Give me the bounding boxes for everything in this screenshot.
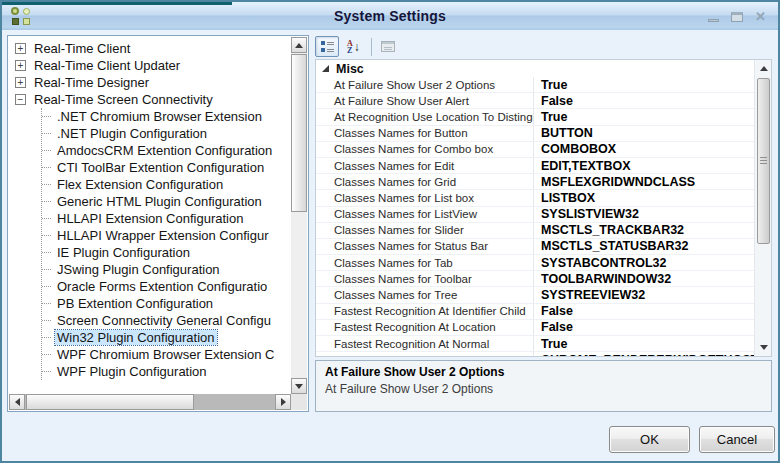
ok-button[interactable]: OK xyxy=(609,426,690,453)
tree-item[interactable]: HLLAPI Wrapper Extension Configur xyxy=(42,227,291,244)
scrollbar-corner xyxy=(291,394,307,410)
alphabetical-sort-icon: AZ ↓ xyxy=(345,40,362,54)
tree-item[interactable]: Flex Extension Configuration xyxy=(42,176,291,193)
tree-item-label: HLLAPI Wrapper Extension Configur xyxy=(55,228,270,243)
property-row[interactable]: Classes Names for TreeSYSTREEVIEW32 xyxy=(316,287,754,303)
tree-item[interactable]: CTI ToolBar Extention Configuration xyxy=(42,159,291,176)
settings-tree[interactable]: +Real-Time Client+Real-Time Client Updat… xyxy=(9,37,291,394)
property-row[interactable]: Classes Names for ButtonBUTTON xyxy=(316,126,754,142)
property-row[interactable]: Classes Names for ListViewSYSLISTVIEW32 xyxy=(316,207,754,223)
tree-item[interactable]: Win32 Plugin Configuration xyxy=(42,329,291,346)
tree-item[interactable]: .NET Chromium Browser Extension xyxy=(42,108,291,125)
property-name: At Recognition Use Location To Distingui… xyxy=(316,109,534,124)
tree-item-label: IE Plugin Configuration xyxy=(55,245,192,260)
scroll-up-icon[interactable] xyxy=(291,37,307,53)
tree-item[interactable]: Generic HTML Plugin Configuration xyxy=(42,193,291,210)
scroll-right-icon[interactable] xyxy=(275,394,291,410)
tree-vertical-scrollbar[interactable] xyxy=(291,37,307,394)
property-row[interactable]: Classes Names for TabSYSTABCONTROL32 xyxy=(316,255,754,271)
alphabetical-sort-button[interactable]: AZ ↓ xyxy=(344,36,363,57)
property-value[interactable]: BUTTON xyxy=(534,126,754,141)
tree-item-label: WPF Plugin Configuration xyxy=(55,364,209,379)
tree-item[interactable]: WPF Chromium Browser Extension C xyxy=(42,346,291,363)
tree-item-root[interactable]: +Real-Time Client xyxy=(9,40,291,57)
property-value[interactable]: False xyxy=(534,320,754,335)
tree-item[interactable]: HLLAPI Extension Configuration xyxy=(42,210,291,227)
property-value[interactable]: COMBOBOX xyxy=(534,142,754,157)
tree-item-root[interactable]: +Real-Time Client Updater xyxy=(9,57,291,74)
property-value[interactable]: True xyxy=(534,336,754,351)
property-value[interactable]: LISTBOX xyxy=(534,190,754,205)
scroll-down-icon[interactable] xyxy=(291,378,307,394)
property-value[interactable]: MSCTLS_STATUSBAR32 xyxy=(534,239,754,254)
property-row[interactable]: Classes Names for EditEDIT,TEXTBOX xyxy=(316,158,754,174)
tree-item[interactable]: WPF Plugin Configuration xyxy=(42,363,291,380)
tree-item[interactable]: .NET Plugin Configuration xyxy=(42,125,291,142)
description-body: At Failure Show User 2 Options xyxy=(325,382,762,396)
expand-icon[interactable]: + xyxy=(15,77,26,88)
property-value[interactable]: False xyxy=(534,93,754,108)
window-title: System Settings xyxy=(2,8,778,24)
tree-item[interactable]: PB Extention Configuration xyxy=(42,295,291,312)
grid-vertical-scrollbar[interactable] xyxy=(754,60,771,356)
tree-item-root[interactable]: −Real-Time Screen Connectivity xyxy=(9,91,291,108)
property-value[interactable]: SYSTREEVIEW32 xyxy=(534,287,754,302)
tree-item-label: Real-Time Client xyxy=(32,41,132,56)
cancel-button[interactable]: Cancel xyxy=(699,426,775,453)
category-row-misc[interactable]: Misc xyxy=(316,60,754,77)
tree-horizontal-scrollbar[interactable] xyxy=(9,394,291,410)
tree-item[interactable]: JSwing Plugin Configuration xyxy=(42,261,291,278)
grid-scroll-up-icon[interactable] xyxy=(756,61,771,76)
close-icon[interactable]: ✕ xyxy=(755,11,766,23)
grid-scroll-down-icon[interactable] xyxy=(756,340,771,355)
property-row[interactable]: At Recognition Use Location To Distingui… xyxy=(316,109,754,125)
property-value[interactable]: True xyxy=(534,109,754,124)
property-row[interactable]: Web browsers Classes NamesCHROME_RENDERE… xyxy=(316,352,754,356)
category-collapse-icon[interactable] xyxy=(322,65,329,72)
categorized-view-button[interactable] xyxy=(315,36,339,57)
property-pages-button[interactable] xyxy=(380,36,396,57)
tree-item[interactable]: Oracle Forms Extention Configuratio xyxy=(42,278,291,295)
expand-icon[interactable]: + xyxy=(15,43,26,54)
collapse-icon[interactable]: − xyxy=(15,94,26,105)
property-value[interactable]: TOOLBARWINDOW32 xyxy=(534,271,754,286)
tree-item-root[interactable]: +Real-Time Designer xyxy=(9,74,291,91)
property-row[interactable]: At Failure Show User 2 OptionsTrue xyxy=(316,77,754,93)
expand-icon[interactable]: + xyxy=(15,60,26,71)
property-grid[interactable]: Misc At Failure Show User 2 OptionsTrueA… xyxy=(316,60,754,356)
property-value[interactable]: SYSTABCONTROL32 xyxy=(534,255,754,270)
property-row[interactable]: Classes Names for Status BarMSCTLS_STATU… xyxy=(316,239,754,255)
scroll-left-icon[interactable] xyxy=(9,394,25,410)
property-value[interactable]: False xyxy=(534,304,754,319)
thumb-grip-icon xyxy=(760,157,767,164)
property-row[interactable]: Fastest Recognition At Identifier ChildF… xyxy=(316,304,754,320)
title-bar[interactable]: System Settings ✕ xyxy=(2,2,778,30)
property-row[interactable]: Fastest Recognition At LocationFalse xyxy=(316,320,754,336)
maximize-icon[interactable] xyxy=(731,12,743,22)
property-row[interactable]: Classes Names for Combo boxCOMBOBOX xyxy=(316,142,754,158)
property-value[interactable]: MSFLEXGRIDWNDCLASS xyxy=(534,174,754,189)
property-value[interactable]: SYSLISTVIEW32 xyxy=(534,207,754,222)
property-row[interactable]: Classes Names for SliderMSCTLS_TRACKBAR3… xyxy=(316,223,754,239)
description-title: At Failure Show User 2 Options xyxy=(325,365,762,379)
tree-vscroll-thumb[interactable] xyxy=(291,54,307,212)
minimize-icon[interactable] xyxy=(708,19,719,22)
tree-item[interactable]: AmdocsCRM Extention Configuration xyxy=(42,142,291,159)
tree-item[interactable]: IE Plugin Configuration xyxy=(42,244,291,261)
grid-vscroll-thumb[interactable] xyxy=(757,78,770,244)
property-value[interactable]: EDIT,TEXTBOX xyxy=(534,158,754,173)
tree-item-label: CTI ToolBar Extention Configuration xyxy=(55,160,266,175)
tree-hscroll-thumb[interactable] xyxy=(26,394,194,410)
property-row[interactable]: Fastest Recognition At NormalTrue xyxy=(316,336,754,352)
property-row[interactable]: Classes Names for ToolbarTOOLBARWINDOW32 xyxy=(316,271,754,287)
property-row[interactable]: Classes Names for GridMSFLEXGRIDWNDCLASS xyxy=(316,174,754,190)
property-name: Classes Names for List box xyxy=(316,190,534,205)
property-value[interactable]: MSCTLS_TRACKBAR32 xyxy=(534,223,754,238)
property-row[interactable]: Classes Names for List boxLISTBOX xyxy=(316,190,754,206)
property-value[interactable]: CHROME_RENDERERWIDGETHOSTHWND xyxy=(534,352,754,356)
tree-item-label: JSwing Plugin Configuration xyxy=(55,262,222,277)
property-row[interactable]: At Failure Show User AlertFalse xyxy=(316,93,754,109)
settings-tree-panel: +Real-Time Client+Real-Time Client Updat… xyxy=(7,35,309,412)
tree-item[interactable]: Screen Connectivity General Configu xyxy=(42,312,291,329)
property-value[interactable]: True xyxy=(534,77,754,92)
